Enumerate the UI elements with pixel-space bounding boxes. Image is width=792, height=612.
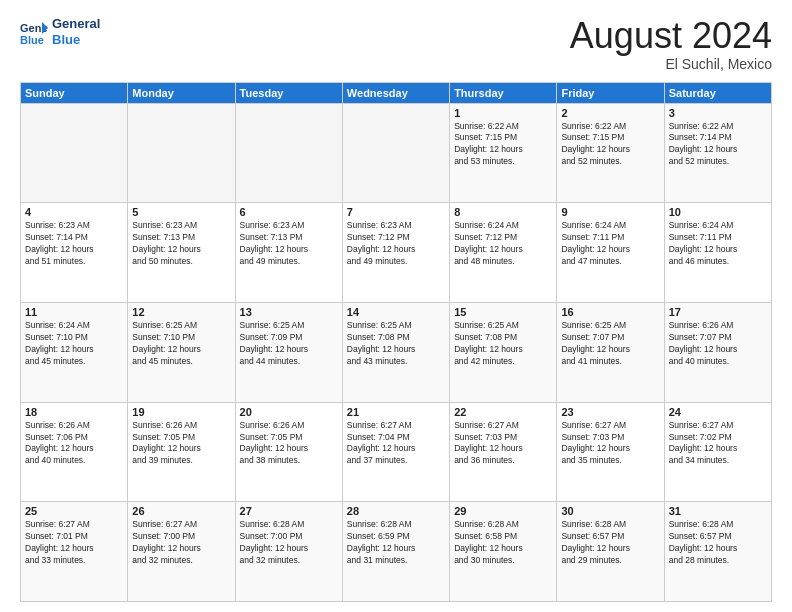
calendar-week-3: 11Sunrise: 6:24 AM Sunset: 7:10 PM Dayli… xyxy=(21,302,772,402)
day-info: Sunrise: 6:27 AM Sunset: 7:03 PM Dayligh… xyxy=(561,420,659,468)
title-block: August 2024 El Suchil, Mexico xyxy=(570,16,772,72)
col-header-friday: Friday xyxy=(557,82,664,103)
location: El Suchil, Mexico xyxy=(570,56,772,72)
day-info: Sunrise: 6:25 AM Sunset: 7:09 PM Dayligh… xyxy=(240,320,338,368)
calendar-cell: 14Sunrise: 6:25 AM Sunset: 7:08 PM Dayli… xyxy=(342,302,449,402)
day-number: 24 xyxy=(669,406,767,418)
calendar-cell xyxy=(21,103,128,203)
calendar-cell: 5Sunrise: 6:23 AM Sunset: 7:13 PM Daylig… xyxy=(128,203,235,303)
col-header-monday: Monday xyxy=(128,82,235,103)
day-number: 26 xyxy=(132,505,230,517)
calendar-cell: 21Sunrise: 6:27 AM Sunset: 7:04 PM Dayli… xyxy=(342,402,449,502)
calendar-cell: 20Sunrise: 6:26 AM Sunset: 7:05 PM Dayli… xyxy=(235,402,342,502)
calendar-cell: 8Sunrise: 6:24 AM Sunset: 7:12 PM Daylig… xyxy=(450,203,557,303)
calendar-week-4: 18Sunrise: 6:26 AM Sunset: 7:06 PM Dayli… xyxy=(21,402,772,502)
calendar-cell: 23Sunrise: 6:27 AM Sunset: 7:03 PM Dayli… xyxy=(557,402,664,502)
calendar-cell: 22Sunrise: 6:27 AM Sunset: 7:03 PM Dayli… xyxy=(450,402,557,502)
calendar-week-1: 1Sunrise: 6:22 AM Sunset: 7:15 PM Daylig… xyxy=(21,103,772,203)
calendar-cell: 13Sunrise: 6:25 AM Sunset: 7:09 PM Dayli… xyxy=(235,302,342,402)
day-info: Sunrise: 6:23 AM Sunset: 7:14 PM Dayligh… xyxy=(25,220,123,268)
day-number: 17 xyxy=(669,306,767,318)
day-info: Sunrise: 6:23 AM Sunset: 7:13 PM Dayligh… xyxy=(132,220,230,268)
day-info: Sunrise: 6:26 AM Sunset: 7:05 PM Dayligh… xyxy=(240,420,338,468)
calendar-cell: 9Sunrise: 6:24 AM Sunset: 7:11 PM Daylig… xyxy=(557,203,664,303)
day-info: Sunrise: 6:27 AM Sunset: 7:02 PM Dayligh… xyxy=(669,420,767,468)
month-title: August 2024 xyxy=(570,16,772,56)
day-info: Sunrise: 6:27 AM Sunset: 7:04 PM Dayligh… xyxy=(347,420,445,468)
calendar-table: SundayMondayTuesdayWednesdayThursdayFrid… xyxy=(20,82,772,602)
day-info: Sunrise: 6:27 AM Sunset: 7:00 PM Dayligh… xyxy=(132,519,230,567)
page: General Blue General Blue August 2024 El… xyxy=(0,0,792,612)
day-number: 15 xyxy=(454,306,552,318)
day-number: 11 xyxy=(25,306,123,318)
day-info: Sunrise: 6:26 AM Sunset: 7:07 PM Dayligh… xyxy=(669,320,767,368)
day-info: Sunrise: 6:28 AM Sunset: 6:59 PM Dayligh… xyxy=(347,519,445,567)
calendar-cell xyxy=(128,103,235,203)
calendar-cell: 24Sunrise: 6:27 AM Sunset: 7:02 PM Dayli… xyxy=(664,402,771,502)
calendar-cell: 16Sunrise: 6:25 AM Sunset: 7:07 PM Dayli… xyxy=(557,302,664,402)
calendar-cell: 7Sunrise: 6:23 AM Sunset: 7:12 PM Daylig… xyxy=(342,203,449,303)
day-info: Sunrise: 6:24 AM Sunset: 7:11 PM Dayligh… xyxy=(561,220,659,268)
col-header-thursday: Thursday xyxy=(450,82,557,103)
day-info: Sunrise: 6:25 AM Sunset: 7:08 PM Dayligh… xyxy=(454,320,552,368)
calendar-cell: 27Sunrise: 6:28 AM Sunset: 7:00 PM Dayli… xyxy=(235,502,342,602)
calendar-cell: 31Sunrise: 6:28 AM Sunset: 6:57 PM Dayli… xyxy=(664,502,771,602)
col-header-wednesday: Wednesday xyxy=(342,82,449,103)
calendar-cell: 1Sunrise: 6:22 AM Sunset: 7:15 PM Daylig… xyxy=(450,103,557,203)
day-number: 8 xyxy=(454,206,552,218)
day-number: 9 xyxy=(561,206,659,218)
calendar-cell: 11Sunrise: 6:24 AM Sunset: 7:10 PM Dayli… xyxy=(21,302,128,402)
col-header-sunday: Sunday xyxy=(21,82,128,103)
calendar-cell: 4Sunrise: 6:23 AM Sunset: 7:14 PM Daylig… xyxy=(21,203,128,303)
calendar-cell: 18Sunrise: 6:26 AM Sunset: 7:06 PM Dayli… xyxy=(21,402,128,502)
col-header-tuesday: Tuesday xyxy=(235,82,342,103)
svg-text:Blue: Blue xyxy=(20,34,44,46)
day-info: Sunrise: 6:27 AM Sunset: 7:01 PM Dayligh… xyxy=(25,519,123,567)
calendar-cell: 10Sunrise: 6:24 AM Sunset: 7:11 PM Dayli… xyxy=(664,203,771,303)
calendar-cell: 17Sunrise: 6:26 AM Sunset: 7:07 PM Dayli… xyxy=(664,302,771,402)
day-number: 27 xyxy=(240,505,338,517)
day-number: 18 xyxy=(25,406,123,418)
day-number: 1 xyxy=(454,107,552,119)
calendar-header-row: SundayMondayTuesdayWednesdayThursdayFrid… xyxy=(21,82,772,103)
logo-text-general: General xyxy=(52,16,100,32)
calendar-cell: 26Sunrise: 6:27 AM Sunset: 7:00 PM Dayli… xyxy=(128,502,235,602)
day-number: 3 xyxy=(669,107,767,119)
day-info: Sunrise: 6:28 AM Sunset: 6:57 PM Dayligh… xyxy=(669,519,767,567)
day-info: Sunrise: 6:26 AM Sunset: 7:06 PM Dayligh… xyxy=(25,420,123,468)
day-info: Sunrise: 6:25 AM Sunset: 7:10 PM Dayligh… xyxy=(132,320,230,368)
logo-icon: General Blue xyxy=(20,18,48,46)
day-info: Sunrise: 6:27 AM Sunset: 7:03 PM Dayligh… xyxy=(454,420,552,468)
calendar-cell: 19Sunrise: 6:26 AM Sunset: 7:05 PM Dayli… xyxy=(128,402,235,502)
day-number: 7 xyxy=(347,206,445,218)
day-number: 19 xyxy=(132,406,230,418)
day-number: 29 xyxy=(454,505,552,517)
day-number: 14 xyxy=(347,306,445,318)
calendar-cell: 6Sunrise: 6:23 AM Sunset: 7:13 PM Daylig… xyxy=(235,203,342,303)
calendar-cell xyxy=(235,103,342,203)
day-number: 30 xyxy=(561,505,659,517)
day-number: 25 xyxy=(25,505,123,517)
calendar-cell: 12Sunrise: 6:25 AM Sunset: 7:10 PM Dayli… xyxy=(128,302,235,402)
day-info: Sunrise: 6:22 AM Sunset: 7:15 PM Dayligh… xyxy=(454,121,552,169)
day-info: Sunrise: 6:24 AM Sunset: 7:12 PM Dayligh… xyxy=(454,220,552,268)
calendar-cell xyxy=(342,103,449,203)
calendar-cell: 15Sunrise: 6:25 AM Sunset: 7:08 PM Dayli… xyxy=(450,302,557,402)
day-info: Sunrise: 6:28 AM Sunset: 6:58 PM Dayligh… xyxy=(454,519,552,567)
day-number: 16 xyxy=(561,306,659,318)
day-number: 4 xyxy=(25,206,123,218)
day-info: Sunrise: 6:25 AM Sunset: 7:08 PM Dayligh… xyxy=(347,320,445,368)
calendar-cell: 29Sunrise: 6:28 AM Sunset: 6:58 PM Dayli… xyxy=(450,502,557,602)
day-info: Sunrise: 6:22 AM Sunset: 7:15 PM Dayligh… xyxy=(561,121,659,169)
day-number: 21 xyxy=(347,406,445,418)
day-number: 12 xyxy=(132,306,230,318)
logo: General Blue General Blue xyxy=(20,16,100,47)
day-info: Sunrise: 6:26 AM Sunset: 7:05 PM Dayligh… xyxy=(132,420,230,468)
logo-text-blue: Blue xyxy=(52,32,100,48)
header: General Blue General Blue August 2024 El… xyxy=(20,16,772,72)
day-info: Sunrise: 6:28 AM Sunset: 6:57 PM Dayligh… xyxy=(561,519,659,567)
day-number: 2 xyxy=(561,107,659,119)
calendar-cell: 25Sunrise: 6:27 AM Sunset: 7:01 PM Dayli… xyxy=(21,502,128,602)
day-number: 22 xyxy=(454,406,552,418)
calendar-cell: 28Sunrise: 6:28 AM Sunset: 6:59 PM Dayli… xyxy=(342,502,449,602)
